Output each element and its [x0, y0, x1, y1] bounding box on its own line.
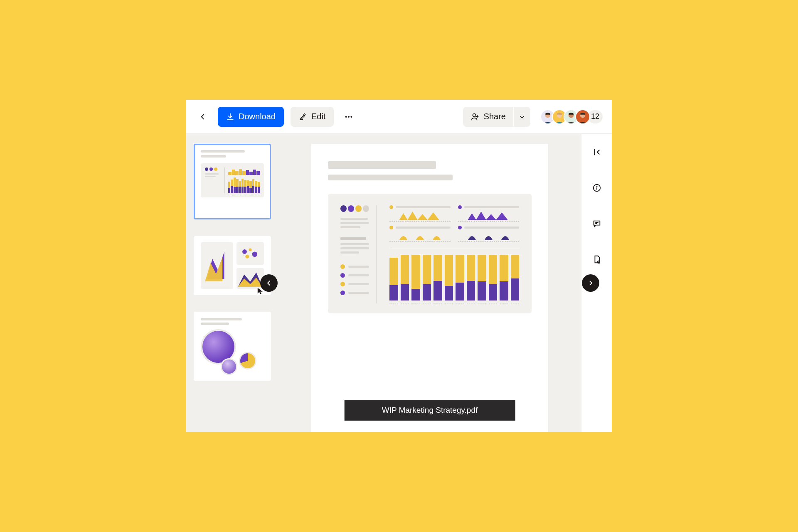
svg-marker-25: [496, 212, 508, 220]
share-person-icon: [470, 112, 480, 121]
download-label: Download: [239, 112, 276, 121]
info-button[interactable]: [589, 180, 605, 196]
file-activity-icon: [592, 255, 601, 264]
bar-chart: [389, 255, 519, 300]
thumbnail-1[interactable]: [194, 144, 271, 219]
comments-button[interactable]: [589, 215, 605, 232]
document-page: WIP Marketing Strategy.pdf: [311, 144, 548, 432]
thumbnail-2[interactable]: [194, 236, 271, 295]
bar: [511, 255, 520, 300]
next-page-button[interactable]: [582, 274, 599, 292]
pencil-icon: [299, 113, 307, 121]
toolbar: Download Edit Share: [186, 100, 612, 134]
share-label: Share: [484, 112, 506, 121]
svg-point-27: [596, 186, 597, 187]
collapse-rail-button[interactable]: [589, 144, 605, 160]
chart-legend: [340, 205, 377, 303]
stage: Download Edit Share: [0, 0, 798, 532]
bar: [445, 255, 453, 300]
filename-text: WIP Marketing Strategy.pdf: [382, 406, 478, 414]
bar: [478, 255, 486, 300]
avatar[interactable]: [575, 109, 590, 124]
svg-point-3: [473, 113, 475, 116]
edit-label: Edit: [311, 112, 325, 121]
bar: [467, 255, 475, 300]
bar: [423, 255, 431, 300]
ellipsis-icon: [344, 112, 353, 121]
more-button[interactable]: [340, 108, 357, 125]
info-icon: [592, 183, 601, 192]
thumbnail-3[interactable]: [194, 312, 271, 381]
chevron-left-icon: [265, 279, 273, 287]
bar: [456, 255, 464, 300]
bar: [401, 255, 409, 300]
bar: [489, 255, 498, 300]
title-placeholder: [328, 161, 436, 169]
svg-point-2: [351, 116, 352, 117]
subtitle-placeholder: [328, 175, 453, 180]
share-caret[interactable]: [514, 107, 530, 127]
svg-marker-24: [486, 214, 496, 220]
svg-point-0: [345, 116, 347, 117]
filename-bar: WIP Marketing Strategy.pdf: [345, 400, 515, 421]
svg-point-17: [245, 255, 249, 259]
preview-window: Download Edit Share: [186, 100, 612, 432]
edit-button[interactable]: Edit: [291, 107, 334, 127]
bar: [411, 255, 420, 300]
share-button[interactable]: Share: [463, 107, 513, 127]
activity-button[interactable]: [589, 251, 605, 268]
svg-marker-20: [418, 214, 428, 220]
chart-body: [389, 205, 519, 303]
svg-marker-19: [408, 212, 418, 220]
viewer-avatars[interactable]: 12: [540, 109, 603, 124]
chevron-right-icon: [587, 279, 594, 287]
svg-point-1: [348, 116, 350, 117]
prev-page-button[interactable]: [260, 274, 278, 292]
share-split-button: Share: [463, 107, 530, 127]
chart-card: [328, 194, 532, 313]
chevron-left-icon: [199, 113, 207, 121]
back-button[interactable]: [195, 108, 211, 125]
viewer: WIP Marketing Strategy.pdf: [278, 134, 581, 432]
svg-point-16: [252, 252, 258, 257]
chevron-down-icon: [519, 113, 525, 120]
body: WIP Marketing Strategy.pdf: [186, 134, 612, 432]
svg-point-15: [249, 248, 251, 251]
bar: [433, 255, 442, 300]
svg-marker-18: [399, 213, 408, 220]
bar: [500, 255, 508, 300]
download-button[interactable]: Download: [218, 107, 284, 127]
svg-point-14: [242, 249, 247, 254]
svg-marker-21: [428, 212, 439, 220]
collapse-icon: [592, 148, 601, 157]
svg-marker-23: [476, 212, 486, 220]
comment-icon: [592, 219, 601, 228]
thumb2-graphic-a: [203, 245, 231, 286]
svg-marker-13: [205, 257, 222, 281]
download-icon: [226, 113, 234, 121]
svg-marker-22: [468, 213, 476, 220]
bar: [389, 258, 398, 300]
